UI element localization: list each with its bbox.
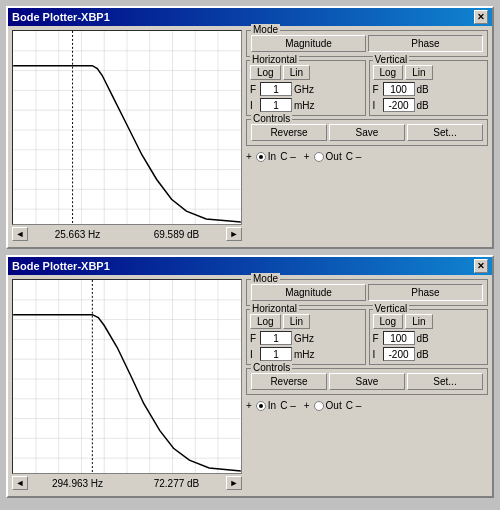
horiz-lin-btn-2[interactable]: Lin bbox=[283, 314, 310, 329]
close-button-2[interactable]: ✕ bbox=[474, 259, 488, 273]
bode-plotter-panel-1: Bode Plotter-XBP1 ✕ bbox=[6, 6, 494, 249]
mode-group-1: Mode Magnitude Phase bbox=[246, 30, 488, 57]
horiz-f-unit-1: GHz bbox=[294, 84, 314, 95]
panel-title-1: Bode Plotter-XBP1 bbox=[12, 11, 110, 23]
mode-group-2: Mode Magnitude Phase bbox=[246, 279, 488, 306]
vertical-label-1: Vertical bbox=[373, 54, 410, 65]
horiz-i-row-1: I mHz bbox=[250, 98, 362, 112]
panel-content-2: ◄ 294.963 Hz 72.277 dB ► Mode Magnitude … bbox=[8, 275, 492, 496]
horiz-f-label-2: F bbox=[250, 333, 258, 344]
horiz-i-input-1[interactable] bbox=[260, 98, 292, 112]
bode-plotter-panel-2: Bode Plotter-XBP1 ✕ bbox=[6, 255, 494, 498]
vert-f-input-1[interactable] bbox=[383, 82, 415, 96]
plot-display-1 bbox=[12, 30, 242, 225]
vertical-label-2: Vertical bbox=[373, 303, 410, 314]
vert-f-label-2: F bbox=[373, 333, 381, 344]
controls-area-1: Mode Magnitude Phase Horizontal Log Lin … bbox=[246, 30, 488, 243]
magnitude-btn-1[interactable]: Magnitude bbox=[251, 35, 366, 52]
plus-in-label-1: + bbox=[246, 151, 252, 162]
plus-in-label-2: + bbox=[246, 400, 252, 411]
mode-label-2: Mode bbox=[251, 273, 280, 284]
vert-i-input-2[interactable] bbox=[383, 347, 415, 361]
vert-lin-btn-2[interactable]: Lin bbox=[405, 314, 432, 329]
horiz-i-label-2: I bbox=[250, 349, 258, 360]
minus-in-label-2: C – bbox=[280, 400, 296, 411]
vert-log-btn-2[interactable]: Log bbox=[373, 314, 404, 329]
freq-status-1: 25.663 Hz bbox=[28, 229, 127, 240]
horiz-f-input-2[interactable] bbox=[260, 331, 292, 345]
horizontal-label-1: Horizontal bbox=[250, 54, 299, 65]
save-btn-1[interactable]: Save bbox=[329, 124, 405, 141]
horiz-f-label-1: F bbox=[250, 84, 258, 95]
close-button-1[interactable]: ✕ bbox=[474, 10, 488, 24]
vertical-group-1: Vertical Log Lin F dB I dB bbox=[369, 60, 489, 116]
plot-display-2 bbox=[12, 279, 242, 474]
nav-right-1[interactable]: ► bbox=[226, 227, 242, 241]
horiz-vert-2: Horizontal Log Lin F GHz I mHz bbox=[246, 309, 488, 365]
out-radio-2[interactable] bbox=[314, 401, 324, 411]
plus-out-label-2: + bbox=[304, 400, 310, 411]
vert-f-input-2[interactable] bbox=[383, 331, 415, 345]
out-radio-group-2: Out bbox=[314, 400, 342, 411]
horiz-f-row-2: F GHz bbox=[250, 331, 362, 345]
plot-left-2: ◄ 294.963 Hz 72.277 dB ► bbox=[12, 279, 242, 492]
out-radio-group-1: Out bbox=[314, 151, 342, 162]
vert-i-row-2: I dB bbox=[373, 347, 485, 361]
vertical-group-2: Vertical Log Lin F dB I dB bbox=[369, 309, 489, 365]
controls-group-2: Controls Reverse Save Set... bbox=[246, 368, 488, 395]
phase-btn-1[interactable]: Phase bbox=[368, 35, 483, 52]
horizontal-group-1: Horizontal Log Lin F GHz I mHz bbox=[246, 60, 366, 116]
in-radio-group-2: In bbox=[256, 400, 276, 411]
phase-btn-2[interactable]: Phase bbox=[368, 284, 483, 301]
horiz-lin-btn-1[interactable]: Lin bbox=[283, 65, 310, 80]
in-radio-group-1: In bbox=[256, 151, 276, 162]
title-bar-1: Bode Plotter-XBP1 ✕ bbox=[8, 8, 492, 26]
title-bar-2: Bode Plotter-XBP1 ✕ bbox=[8, 257, 492, 275]
mode-label-1: Mode bbox=[251, 24, 280, 35]
ctrl-buttons-1: Reverse Save Set... bbox=[251, 124, 483, 141]
nav-left-1[interactable]: ◄ bbox=[12, 227, 28, 241]
set-btn-1[interactable]: Set... bbox=[407, 124, 483, 141]
out-radio-1[interactable] bbox=[314, 152, 324, 162]
in-label-1: In bbox=[268, 151, 276, 162]
vert-f-unit-2: dB bbox=[417, 333, 429, 344]
in-radio-2[interactable] bbox=[256, 401, 266, 411]
horiz-log-btn-2[interactable]: Log bbox=[250, 314, 281, 329]
set-btn-2[interactable]: Set... bbox=[407, 373, 483, 390]
io-row-2: + In C – + Out C – bbox=[246, 400, 488, 411]
nav-right-2[interactable]: ► bbox=[226, 476, 242, 490]
horiz-vert-1: Horizontal Log Lin F GHz I mHz bbox=[246, 60, 488, 116]
vert-log-btn-1[interactable]: Log bbox=[373, 65, 404, 80]
reverse-btn-2[interactable]: Reverse bbox=[251, 373, 327, 390]
plot-left-1: ◄ 25.663 Hz 69.589 dB ► bbox=[12, 30, 242, 243]
vert-i-unit-2: dB bbox=[417, 349, 429, 360]
vert-i-row-1: I dB bbox=[373, 98, 485, 112]
horizontal-label-2: Horizontal bbox=[250, 303, 299, 314]
vert-lin-btn-1[interactable]: Lin bbox=[405, 65, 432, 80]
ctrl-buttons-2: Reverse Save Set... bbox=[251, 373, 483, 390]
db-status-2: 72.277 dB bbox=[127, 478, 226, 489]
horiz-i-label-1: I bbox=[250, 100, 258, 111]
plot-svg-2 bbox=[13, 280, 241, 473]
in-radio-1[interactable] bbox=[256, 152, 266, 162]
horiz-log-lin-2: Log Lin bbox=[250, 314, 362, 329]
horiz-i-unit-1: mHz bbox=[294, 100, 315, 111]
reverse-btn-1[interactable]: Reverse bbox=[251, 124, 327, 141]
magnitude-btn-2[interactable]: Magnitude bbox=[251, 284, 366, 301]
out-label-2: Out bbox=[326, 400, 342, 411]
horiz-i-input-2[interactable] bbox=[260, 347, 292, 361]
save-btn-2[interactable]: Save bbox=[329, 373, 405, 390]
vert-i-input-1[interactable] bbox=[383, 98, 415, 112]
horiz-f-input-1[interactable] bbox=[260, 82, 292, 96]
controls-label-1: Controls bbox=[251, 113, 292, 124]
out-label-1: Out bbox=[326, 151, 342, 162]
vert-log-lin-2: Log Lin bbox=[373, 314, 485, 329]
plus-out-label-1: + bbox=[304, 151, 310, 162]
plot-bottom-1: ◄ 25.663 Hz 69.589 dB ► bbox=[12, 225, 242, 243]
nav-left-2[interactable]: ◄ bbox=[12, 476, 28, 490]
horiz-log-lin-1: Log Lin bbox=[250, 65, 362, 80]
vert-i-label-2: I bbox=[373, 349, 381, 360]
horiz-log-btn-1[interactable]: Log bbox=[250, 65, 281, 80]
mode-buttons-1: Magnitude Phase bbox=[251, 35, 483, 52]
vert-f-label-1: F bbox=[373, 84, 381, 95]
